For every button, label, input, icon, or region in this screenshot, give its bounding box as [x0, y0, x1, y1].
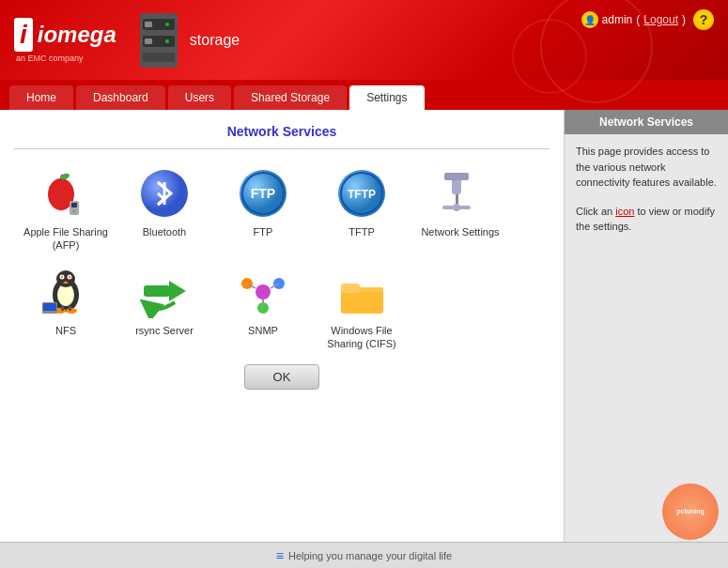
svg-text:FTP: FTP [250, 186, 274, 201]
snmp-icon [238, 267, 289, 318]
rsync-icon-svg [139, 267, 191, 318]
sidebar-title: Network Services [565, 110, 728, 134]
svg-point-3 [165, 23, 169, 26]
storage-device: storage [135, 11, 240, 69]
afp-icon-svg [40, 168, 92, 220]
paren-open: ( [636, 13, 640, 26]
service-snmp[interactable]: SNMP [221, 267, 305, 351]
snmp-icon-svg [238, 267, 289, 318]
nfs-icon-svg [40, 267, 92, 318]
snmp-label: SNMP [248, 324, 278, 337]
divider [14, 148, 550, 149]
svg-rect-39 [69, 306, 71, 311]
tab-users[interactable]: Users [168, 85, 231, 110]
bluetooth-icon [139, 168, 191, 220]
svg-rect-38 [61, 306, 64, 311]
logout-link[interactable]: Logout [643, 13, 678, 26]
sidebar-instruction: Click an icon to view or modify the sett… [576, 204, 717, 235]
svg-rect-41 [43, 303, 56, 311]
footer: ≡ Helping you manage your digital life [0, 542, 728, 568]
emc-label: an EMC company [16, 54, 84, 63]
service-nfs[interactable]: NFS [23, 267, 108, 351]
nas-device-icon [135, 11, 182, 69]
watermark-logo: pctuning [662, 484, 719, 540]
network-settings-icon [435, 168, 487, 220]
watermark-text: pctuning [676, 507, 705, 515]
nfs-icon [40, 267, 92, 318]
network-settings-label: Network Settings [421, 225, 499, 238]
tab-dashboard[interactable]: Dashboard [76, 85, 165, 110]
footer-text: Helping you manage your digital life [288, 550, 452, 561]
bluetooth-label: Bluetooth [143, 225, 186, 238]
admin-info: 👤 admin (Logout) [581, 11, 686, 28]
cifs-icon-svg [336, 267, 388, 318]
afp-icon [40, 168, 92, 220]
service-bluetooth[interactable]: Bluetooth [122, 168, 207, 253]
rsync-icon [139, 267, 191, 318]
svg-rect-2 [145, 22, 152, 27]
paren-close: ) [682, 13, 686, 26]
help-button[interactable]: ? [693, 9, 714, 30]
service-cifs[interactable]: Windows FileSharing (CIFS) [319, 267, 404, 351]
ok-btn-container: OK [244, 350, 320, 404]
service-network-settings[interactable]: Network Settings [418, 168, 503, 253]
service-rsync[interactable]: rsync Server [122, 267, 207, 351]
header-right: 👤 admin (Logout) ? [581, 9, 714, 30]
tab-settings[interactable]: Settings [349, 85, 424, 110]
logo-i: i [14, 18, 33, 52]
svg-rect-5 [145, 38, 152, 44]
services-grid: Apple File Sharing(AFP) [14, 168, 550, 350]
svg-rect-13 [71, 203, 77, 207]
storage-label: storage [190, 32, 240, 49]
sidebar-description: This page provides access to the various… [576, 144, 717, 191]
admin-name: admin [602, 13, 633, 26]
svg-rect-24 [444, 173, 469, 180]
ftp-icon: FTP [238, 168, 289, 220]
section-title: Network Services [227, 124, 337, 139]
svg-point-14 [72, 209, 76, 213]
bluetooth-icon-svg [139, 168, 191, 220]
svg-text:TFTP: TFTP [348, 188, 376, 201]
cifs-icon [336, 267, 388, 318]
header: i iomega an EMC company storage 👤 admin … [0, 0, 728, 80]
tab-home[interactable]: Home [9, 85, 73, 110]
svg-rect-27 [442, 206, 471, 209]
click-text: Click an [576, 206, 615, 217]
admin-icon: 👤 [581, 11, 598, 28]
watermark: pctuning [662, 484, 719, 540]
cifs-label: Windows FileSharing (CIFS) [327, 324, 395, 351]
left-panel: Network Services [0, 110, 564, 542]
icon-link: icon [615, 206, 634, 217]
service-tftp[interactable]: TFTP TFTP [319, 168, 404, 253]
main-content: Network Services [0, 110, 728, 542]
sidebar-desc-text: This page provides access to the various… [576, 146, 717, 188]
brand-name: iomega [38, 22, 116, 48]
svg-rect-7 [143, 53, 175, 62]
svg-point-45 [256, 284, 271, 299]
afp-label: Apple File Sharing(AFP) [23, 225, 108, 253]
ok-button[interactable]: OK [244, 364, 320, 390]
svg-rect-42 [144, 285, 170, 297]
svg-marker-43 [169, 281, 186, 301]
service-ftp[interactable]: FTP FTP [221, 168, 305, 253]
logo: i iomega an EMC company [14, 18, 116, 63]
tftp-label: TFTP [349, 225, 375, 238]
svg-point-33 [60, 275, 62, 277]
right-panel: Network Services This page provides acce… [564, 110, 728, 542]
nfs-label: NFS [55, 324, 76, 337]
service-afp[interactable]: Apple File Sharing(AFP) [23, 168, 108, 253]
network-settings-icon-svg [435, 168, 487, 220]
tftp-icon: TFTP [336, 168, 388, 220]
rsync-label: rsync Server [135, 324, 194, 337]
tftp-icon-svg: TFTP [336, 168, 388, 220]
svg-point-30 [56, 270, 75, 287]
svg-point-34 [68, 275, 70, 277]
svg-point-9 [54, 179, 69, 194]
footer-icon: ≡ [276, 548, 284, 563]
svg-point-6 [165, 39, 169, 43]
ftp-icon-svg: FTP [238, 168, 289, 220]
svg-rect-54 [341, 287, 383, 292]
ftp-label: FTP [254, 225, 273, 238]
tab-shared-storage[interactable]: Shared Storage [234, 85, 347, 110]
